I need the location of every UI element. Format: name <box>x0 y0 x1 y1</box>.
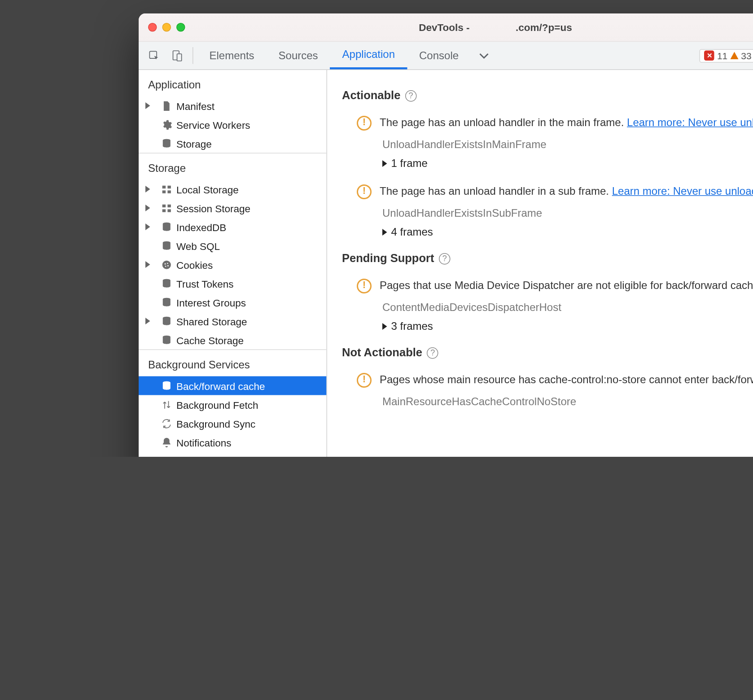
issue-row: Pages that use Media Device Dispatcher a… <box>357 277 753 293</box>
section-title-text: Not Actionable <box>342 346 422 359</box>
sidebar-bg-background-sync[interactable]: Background Sync <box>139 414 327 433</box>
report-section-title: Actionable? <box>342 89 753 102</box>
cookie-icon <box>160 258 172 271</box>
toolbar-divider <box>193 47 193 64</box>
application-sidebar[interactable]: Application ManifestService WorkersStora… <box>139 70 327 457</box>
issue-text: The page has an unload handler in the ma… <box>380 114 753 131</box>
db-icon <box>160 334 172 346</box>
issue-row: The page has an unload handler in a sub … <box>357 183 753 199</box>
db-icon <box>160 380 172 392</box>
sidebar-item-label: Manifest <box>176 100 215 112</box>
sidebar-bg-background-fetch[interactable]: Background Fetch <box>139 395 327 414</box>
sidebar-item-label: Background Fetch <box>176 399 258 411</box>
svg-rect-8 <box>167 185 171 188</box>
issue-reason-code: UnloadHandlerExistsInSubFrame <box>382 207 753 219</box>
expand-arrow-icon[interactable] <box>145 223 150 230</box>
sidebar-item-label: Back/forward cache <box>176 380 265 392</box>
bfcache-report[interactable]: Actionable?The page has an unload handle… <box>327 70 753 457</box>
frames-disclosure[interactable]: 4 frames <box>382 226 753 238</box>
tab-application[interactable]: Application <box>330 42 407 70</box>
sidebar-item-label: Local Storage <box>176 184 239 195</box>
sidebar-storage-cache-storage[interactable]: Cache Storage <box>139 331 327 350</box>
issue-message: Pages that use Media Device Dispatcher a… <box>380 280 753 291</box>
sidebar-bg-payment-handler[interactable]: Payment Handler <box>139 452 327 457</box>
sidebar-bg-back-forward-cache[interactable]: Back/forward cache <box>139 376 327 395</box>
svg-point-20 <box>165 265 166 267</box>
tab-sources[interactable]: Sources <box>267 42 330 70</box>
sidebar-item-label: IndexedDB <box>176 221 226 233</box>
sidebar-storage-local-storage[interactable]: Local Storage <box>139 180 327 199</box>
sidebar-storage-shared-storage[interactable]: Shared Storage <box>139 312 327 331</box>
db-icon <box>160 137 172 149</box>
help-icon[interactable]: ? <box>439 253 451 264</box>
card-icon <box>160 455 172 457</box>
traffic-lights <box>148 23 185 32</box>
chevron-right-icon <box>382 323 387 330</box>
sidebar-item-label: Notifications <box>176 437 232 448</box>
tab-console[interactable]: Console <box>407 42 471 70</box>
help-icon[interactable]: ? <box>405 90 417 101</box>
title-prefix: DevTools - <box>419 22 469 33</box>
tab-elements[interactable]: Elements <box>197 42 267 70</box>
frames-disclosure[interactable]: 1 frame <box>382 158 753 170</box>
zoom-window-button[interactable] <box>176 23 185 32</box>
sidebar-storage-cookies[interactable]: Cookies <box>139 255 327 274</box>
svg-point-18 <box>164 263 166 264</box>
minimize-window-button[interactable] <box>162 23 171 32</box>
issue-reason-code: UnloadHandlerExistsInMainFrame <box>382 139 753 151</box>
expand-arrow-icon[interactable] <box>145 261 150 268</box>
issue-text: Pages that use Media Device Dispatcher a… <box>380 277 753 293</box>
db-icon <box>160 315 172 327</box>
sidebar-item-label: Cache Storage <box>176 334 244 346</box>
svg-rect-14 <box>167 209 171 212</box>
issue-reason-code: MainResourceHasCacheControlNoStore <box>382 396 753 408</box>
frames-disclosure[interactable]: 3 frames <box>382 320 753 332</box>
sidebar-app-manifest[interactable]: Manifest <box>139 96 327 115</box>
learn-more-link[interactable]: Learn more: Never use unload handler <box>612 185 753 197</box>
sidebar-section-background: Background Services <box>139 350 327 376</box>
expand-arrow-icon[interactable] <box>145 102 150 109</box>
sidebar-storage-session-storage[interactable]: Session Storage <box>139 199 327 218</box>
frames-count-label: 4 frames <box>391 226 433 238</box>
more-tabs-button[interactable] <box>471 42 498 70</box>
sidebar-app-storage[interactable]: Storage <box>139 134 327 153</box>
sidebar-item-label: Storage <box>176 138 212 149</box>
expand-arrow-icon[interactable] <box>145 205 150 211</box>
sidebar-storage-indexeddb[interactable]: IndexedDB <box>139 218 327 236</box>
tab-label: Sources <box>279 49 318 61</box>
tab-label: Console <box>419 49 459 61</box>
issue-row: The page has an unload handler in the ma… <box>357 114 753 131</box>
sidebar-app-service-workers[interactable]: Service Workers <box>139 115 327 134</box>
warning-icon <box>357 116 372 131</box>
learn-more-link[interactable]: Learn more: Never use unload handler <box>627 117 753 128</box>
sidebar-storage-web-sql[interactable]: Web SQL <box>139 236 327 255</box>
sidebar-bg-notifications[interactable]: Notifications <box>139 433 327 452</box>
device-toolbar-icon[interactable] <box>166 42 188 70</box>
sidebar-item-label: Background Sync <box>176 418 255 429</box>
sync-icon <box>160 417 172 429</box>
svg-rect-12 <box>167 204 171 207</box>
issue-message: The page has an unload handler in a sub … <box>380 185 612 197</box>
updown-icon <box>160 398 172 411</box>
issue-reason-code: ContentMediaDevicesDispatcherHost <box>382 302 753 314</box>
expand-arrow-icon[interactable] <box>145 186 150 192</box>
console-status-badge[interactable]: ✕ 11 33 <box>700 49 753 62</box>
svg-point-21 <box>167 265 168 266</box>
sidebar-storage-trust-tokens[interactable]: Trust Tokens <box>139 274 327 293</box>
issue-message: The page has an unload handler in the ma… <box>380 117 627 128</box>
expand-arrow-icon[interactable] <box>145 318 150 324</box>
sidebar-item-label: Web SQL <box>176 240 220 252</box>
sidebar-section-application: Application <box>139 70 327 96</box>
tab-label: Application <box>342 48 395 61</box>
close-window-button[interactable] <box>148 23 157 32</box>
grid-icon <box>160 183 172 195</box>
db-icon <box>160 296 172 308</box>
sidebar-storage-interest-groups[interactable]: Interest Groups <box>139 293 327 312</box>
inspect-element-icon[interactable] <box>143 42 166 70</box>
svg-rect-7 <box>162 185 165 188</box>
issue-text: The page has an unload handler in a sub … <box>380 183 753 199</box>
db-icon <box>160 240 172 252</box>
issue-message: Pages whose main resource has cache-cont… <box>380 374 753 385</box>
sidebar-item-label: Service Workers <box>176 119 250 131</box>
help-icon[interactable]: ? <box>427 347 438 359</box>
